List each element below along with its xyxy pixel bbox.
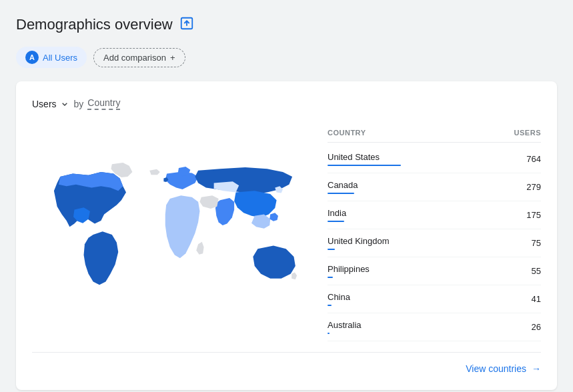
table-row[interactable]: United States 764 [328,145,541,173]
middle-east [199,195,218,209]
user-count: 175 [526,210,541,220]
table-row[interactable]: China 41 [328,285,541,313]
user-count: 41 [532,294,541,304]
country-data-table: COUNTRY USERS United States 764 Canada 2… [328,123,541,341]
card-content: COUNTRY USERS United States 764 Canada 2… [32,123,541,341]
country-bar [328,333,330,334]
user-count: 279 [526,182,541,192]
users-col-header: USERS [514,129,541,137]
se-asia [251,215,270,229]
country-info: Canada [328,180,358,194]
country-bar [328,305,332,306]
country-info: India [328,208,346,222]
avatar: A [25,51,39,64]
country-col-header: COUNTRY [328,129,366,137]
country-name: India [328,208,346,218]
table-row[interactable]: Philippines 55 [328,257,541,285]
table-header: COUNTRY USERS [328,123,541,143]
country-info: China [328,292,350,306]
demographics-card: Users by Country [16,81,557,390]
central-asia [214,181,239,192]
table-rows: United States 764 Canada 279 India 175 U… [328,145,541,341]
view-countries-link[interactable]: View countries → [466,363,541,374]
country-name: China [328,292,350,302]
country-bar [328,277,333,278]
view-countries-label: View countries [466,363,526,374]
page-header: Demographics overview [16,16,557,33]
country-info: Australia [328,320,362,334]
add-comparison-label: Add comparison [103,53,166,63]
country-info: United Kingdom [328,236,390,250]
india [215,198,234,225]
country-name: United Kingdom [328,236,390,246]
user-count: 55 [532,266,541,276]
user-count: 764 [526,154,541,164]
country-bar [328,193,354,194]
country-bar [328,249,335,250]
all-users-label: All Users [43,53,77,63]
table-row[interactable]: India 175 [328,201,541,229]
arrow-icon: → [532,363,541,374]
south-america [84,231,119,285]
card-header: Users by Country [32,97,541,110]
chevron-down-icon [59,99,70,109]
metric-label-text: Users [32,99,57,109]
dimension-label: Country [87,97,120,110]
china [234,191,276,217]
country-bar [328,165,401,166]
user-count: 75 [532,238,541,248]
australia [253,246,295,279]
filter-bar: A All Users Add comparison + [16,47,557,68]
all-users-filter[interactable]: A All Users [16,47,87,68]
map-svg [32,123,314,337]
iceland [149,169,160,175]
table-row[interactable]: Canada 279 [328,173,541,201]
country-name: Philippines [328,264,370,274]
new-zealand [292,272,297,279]
country-name: Australia [328,320,362,330]
plus-icon: + [170,53,175,63]
table-row[interactable]: Australia 26 [328,313,541,341]
by-label: by [74,99,84,109]
card-footer: View countries → [32,352,541,374]
philippines [269,213,278,221]
country-name: Canada [328,180,358,190]
add-comparison-button[interactable]: Add comparison + [93,48,185,67]
world-map [32,123,314,337]
page-title: Demographics overview [16,16,173,33]
country-info: United States [328,152,401,166]
user-count: 26 [532,322,541,332]
country-bar [328,221,344,222]
madagascar [196,242,203,255]
export-icon[interactable] [179,16,194,33]
table-row[interactable]: United Kingdom 75 [328,229,541,257]
africa [165,195,200,258]
country-name: United States [328,152,401,162]
country-info: Philippines [328,264,370,278]
metric-dropdown[interactable]: Users [32,99,70,109]
